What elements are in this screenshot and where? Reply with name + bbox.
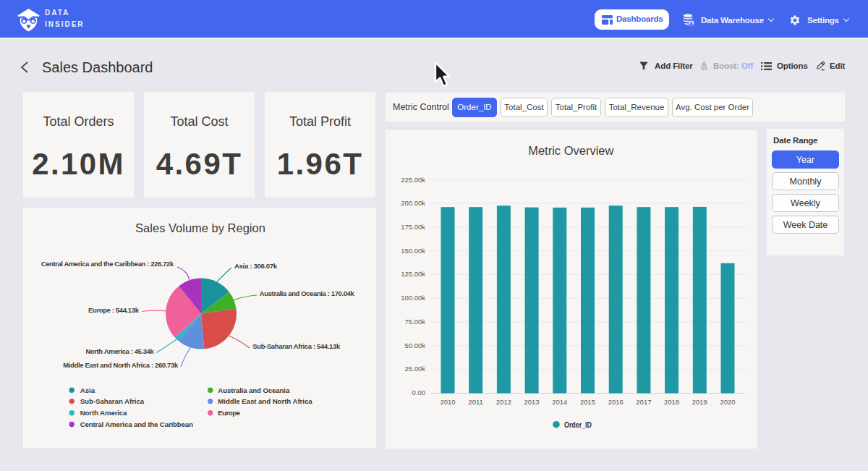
svg-text:225.00k: 225.00k [401,176,425,184]
svg-text:Central America and the Caribb: Central America and the Caribbean : 226.… [41,260,174,268]
svg-text:2013: 2013 [524,398,540,406]
svg-text:25.00k: 25.00k [404,365,425,373]
svg-text:2010: 2010 [440,398,455,406]
svg-text:200.00k: 200.00k [401,199,425,207]
svg-text:Australia and Oceania : 170.04: Australia and Oceania : 170.04k [260,289,355,297]
svg-text:125.00k: 125.00k [401,270,425,278]
svg-text:2012: 2012 [496,398,511,406]
svg-text:North America: North America [80,409,127,417]
svg-text:175.00k: 175.00k [401,223,425,231]
svg-text:Order_ID: Order_ID [564,420,592,429]
svg-text:Australia and Oceania: Australia and Oceania [218,386,290,394]
svg-text:2019: 2019 [692,398,707,406]
svg-text:2011: 2011 [468,398,482,406]
svg-text:Central America and the Caribb: Central America and the Caribbean [80,420,193,428]
svg-text:Europe: Europe [218,409,240,417]
svg-text:Sub-Saharan Africa : 544.13k: Sub-Saharan Africa : 544.13k [252,342,341,350]
svg-text:Middle East and North Africa :: Middle East and North Africa : 260.73k [63,361,179,369]
svg-text:Europe : 544.13k: Europe : 544.13k [88,306,140,314]
svg-text:Metric Overview: Metric Overview [528,144,613,157]
svg-text:2015: 2015 [580,398,595,406]
svg-text:50.00k: 50.00k [404,341,425,349]
svg-text:Asia : 306.07k: Asia : 306.07k [234,262,278,270]
svg-text:North America : 45.34k: North America : 45.34k [85,347,154,355]
svg-text:2014: 2014 [552,398,567,406]
svg-text:150.00k: 150.00k [401,247,425,255]
svg-text:2020: 2020 [720,398,735,406]
svg-text:Sales Volume by Region: Sales Volume by Region [135,221,265,234]
svg-text:75.00k: 75.00k [404,318,425,326]
svg-text:2017: 2017 [636,398,651,406]
svg-text:Asia: Asia [80,386,95,394]
svg-text:Sub-Saharan Africa: Sub-Saharan Africa [80,397,145,405]
svg-text:0.00: 0.00 [412,389,426,396]
svg-text:100.00k: 100.00k [401,294,425,302]
svg-text:2018: 2018 [664,398,679,406]
svg-text:Middle East and North Africa: Middle East and North Africa [218,397,312,405]
svg-text:2016: 2016 [608,398,624,406]
